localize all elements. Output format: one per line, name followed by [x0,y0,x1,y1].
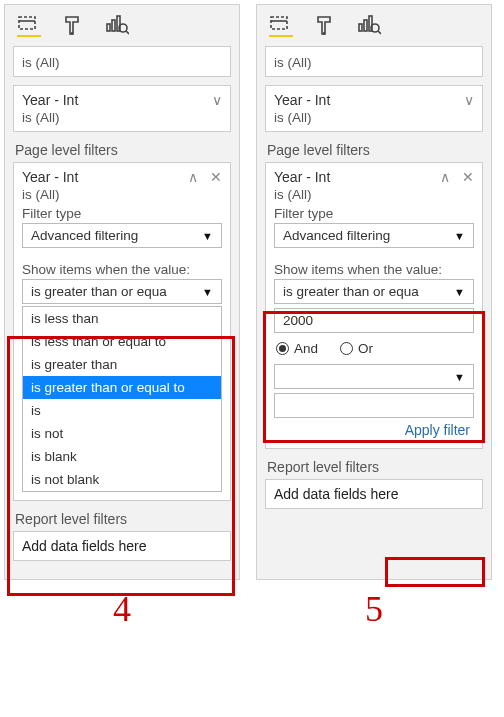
chevron-up-icon[interactable]: ∧ [440,169,450,185]
filter-type-value: Advanced filtering [283,228,390,243]
caret-down-icon: ▼ [202,286,213,298]
or-label: Or [358,341,373,356]
operator-option[interactable]: is blank [23,445,221,468]
svg-line-7 [126,31,129,34]
and-or-radio-group: And Or [276,341,472,356]
chevron-down-icon[interactable]: ∨ [212,92,222,108]
caret-down-icon: ▼ [454,286,465,298]
svg-rect-0 [19,17,35,29]
operator-select[interactable]: is greater than or equa ▼ [22,279,222,304]
add-data-fields-dropzone[interactable]: Add data fields here [13,531,231,561]
svg-rect-11 [359,24,362,31]
page-filter-card-year-expanded: Year - Int ∧ ✕ is (All) Filter type Adva… [13,162,231,501]
filter-value-input[interactable]: 2000 [274,308,474,333]
filter-summary: is (All) [22,187,222,202]
remove-filter-icon[interactable]: ✕ [210,169,222,185]
operator-option[interactable]: is less than [23,307,221,330]
caret-down-icon: ▼ [454,230,465,242]
filter-summary: is (All) [22,55,222,70]
filter-summary: is (All) [274,55,474,70]
step-number: 4 [4,588,240,630]
format-tab-icon[interactable] [313,13,337,37]
fields-tab-icon[interactable] [17,13,41,37]
step-number: 5 [256,588,492,630]
filter-type-select[interactable]: Advanced filtering ▼ [22,223,222,248]
operator-option[interactable]: is not [23,422,221,445]
fields-tab-icon[interactable] [269,13,293,37]
report-level-filters-header: Report level filters [267,459,483,475]
filter-value-text: 2000 [283,313,313,328]
svg-rect-3 [107,24,110,31]
page-level-filters-header: Page level filters [267,142,483,158]
report-level-filters-header: Report level filters [15,511,231,527]
show-items-label: Show items when the value: [22,262,222,277]
svg-rect-4 [112,20,115,31]
operator-select-value: is greater than or equa [283,284,419,299]
operator-option[interactable]: is greater than [23,353,221,376]
operator-option-selected[interactable]: is greater than or equal to [23,376,221,399]
filters-pane-step4: is (All) Year - Int ∨ is (All) Page leve… [4,4,240,580]
filter-summary: is (All) [274,187,474,202]
dropzone-placeholder: Add data fields here [274,486,399,502]
show-items-label: Show items when the value: [274,262,474,277]
caret-down-icon: ▼ [454,371,465,383]
visual-filter-card-collapsed[interactable]: is (All) [265,46,483,77]
operator-option[interactable]: is less than or equal to [23,330,221,353]
remove-filter-icon[interactable]: ✕ [462,169,474,185]
operator-dropdown-list: is less than is less than or equal to is… [22,306,222,492]
apply-filter-link[interactable]: Apply filter [274,422,474,438]
page-filter-card-year-expanded: Year - Int ∧ ✕ is (All) Filter type Adva… [265,162,483,449]
svg-rect-12 [364,20,367,31]
filter-summary: is (All) [22,110,222,125]
chevron-up-icon[interactable]: ∧ [188,169,198,185]
filter-value2-input[interactable] [274,393,474,418]
step-number-row: 4 5 [0,580,504,630]
operator-select[interactable]: is greater than or equa ▼ [274,279,474,304]
filter-type-value: Advanced filtering [31,228,138,243]
and-radio[interactable]: And [276,341,318,356]
tab-row [265,11,483,43]
add-data-fields-dropzone[interactable]: Add data fields here [265,479,483,509]
caret-down-icon: ▼ [202,230,213,242]
filter-summary: is (All) [274,110,474,125]
page-level-filters-header: Page level filters [15,142,231,158]
analytics-tab-icon[interactable] [357,13,381,37]
svg-line-15 [378,31,381,34]
visual-filter-card-collapsed[interactable]: is (All) [13,46,231,77]
operator-option[interactable]: is not blank [23,468,221,491]
filter-field-name: Year - Int [22,92,78,108]
tab-row [13,11,231,43]
radio-icon [340,342,353,355]
operator-option[interactable]: is [23,399,221,422]
analytics-tab-icon[interactable] [105,13,129,37]
filter-type-label: Filter type [274,206,474,221]
filter-field-name: Year - Int [274,92,330,108]
filter-field-name: Year - Int [22,169,78,185]
filter-field-name: Year - Int [274,169,330,185]
filter-type-label: Filter type [22,206,222,221]
svg-rect-8 [271,17,287,29]
or-radio[interactable]: Or [340,341,373,356]
chevron-down-icon[interactable]: ∨ [464,92,474,108]
visual-filter-card-year[interactable]: Year - Int ∨ is (All) [265,85,483,132]
radio-icon [276,342,289,355]
filter-type-select[interactable]: Advanced filtering ▼ [274,223,474,248]
visual-filter-card-year[interactable]: Year - Int ∨ is (All) [13,85,231,132]
operator2-select[interactable]: ▼ [274,364,474,389]
and-label: And [294,341,318,356]
filters-pane-step5: is (All) Year - Int ∨ is (All) Page leve… [256,4,492,580]
format-tab-icon[interactable] [61,13,85,37]
operator2-value [283,369,287,384]
operator-select-value: is greater than or equa [31,284,167,299]
dropzone-placeholder: Add data fields here [22,538,147,554]
